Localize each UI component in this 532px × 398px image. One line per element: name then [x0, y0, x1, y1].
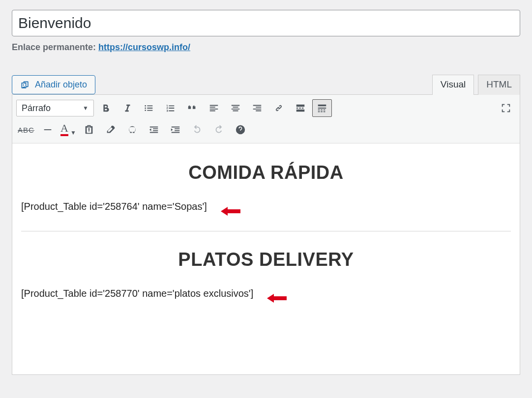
help-button[interactable] [231, 121, 250, 139]
chevron-down-icon: ▼ [70, 129, 76, 136]
clear-formatting-button[interactable] [101, 121, 120, 139]
chevron-down-icon: ▼ [83, 105, 89, 112]
text-color-button[interactable]: A ▼ [59, 121, 77, 138]
italic-button[interactable] [118, 99, 137, 117]
blockquote-button[interactable] [182, 99, 202, 117]
numbered-list-button[interactable] [161, 99, 180, 117]
horizontal-rule-button[interactable] [38, 121, 58, 139]
bold-button[interactable] [96, 99, 116, 117]
editor-content[interactable]: COMIDA RÁPIDA [Product_Table id='258764'… [12, 143, 520, 374]
format-select-label: Párrafo [22, 103, 51, 114]
align-center-button[interactable] [226, 99, 245, 117]
shortcode-2: [Product_Table id='258770' name='platos … [21, 288, 253, 299]
fullscreen-button[interactable] [496, 99, 516, 117]
text-color-icon: A [60, 123, 68, 136]
outdent-button[interactable] [144, 121, 164, 139]
shortcode-1: [Product_Table id='258764' name='Sopas'] [21, 201, 207, 212]
bulleted-list-button[interactable] [139, 99, 159, 117]
format-select[interactable]: Párrafo ▼ [16, 100, 94, 116]
toolbar-toggle-button[interactable] [312, 99, 332, 117]
link-button[interactable] [269, 99, 289, 117]
arrow-left-icon [221, 206, 240, 216]
permalink-row: Enlace permanente: https://cursoswp.info… [12, 42, 520, 53]
add-media-label: Añadir objeto [35, 80, 87, 90]
editor-container: Párrafo ▼ ABC A ▼ [12, 94, 520, 375]
content-heading-2: PLATOS DELIVERY [21, 249, 511, 270]
permalink-label: Enlace permanente: [12, 42, 96, 52]
redo-button[interactable] [209, 121, 229, 139]
align-right-button[interactable] [247, 99, 267, 117]
indent-button[interactable] [166, 121, 185, 139]
tab-html[interactable]: HTML [478, 75, 520, 95]
content-heading-1: COMIDA RÁPIDA [21, 162, 511, 183]
permalink-url[interactable]: https://cursoswp.info/ [98, 42, 190, 52]
add-media-button[interactable]: Añadir objeto [12, 75, 95, 94]
strikethrough-button[interactable]: ABC [16, 121, 36, 139]
read-more-button[interactable] [291, 99, 310, 117]
content-divider [21, 231, 511, 231]
editor-tabs: Visual HTML [432, 74, 520, 94]
arrow-left-icon [267, 293, 287, 303]
editor-toolbar: Párrafo ▼ ABC A ▼ [12, 95, 520, 143]
tab-visual[interactable]: Visual [432, 75, 474, 95]
special-character-button[interactable] [122, 121, 142, 139]
align-left-button[interactable] [204, 99, 224, 117]
page-title-input[interactable] [12, 10, 520, 36]
paste-text-button[interactable] [79, 121, 99, 139]
media-icon [20, 80, 30, 90]
undo-button[interactable] [187, 121, 207, 139]
